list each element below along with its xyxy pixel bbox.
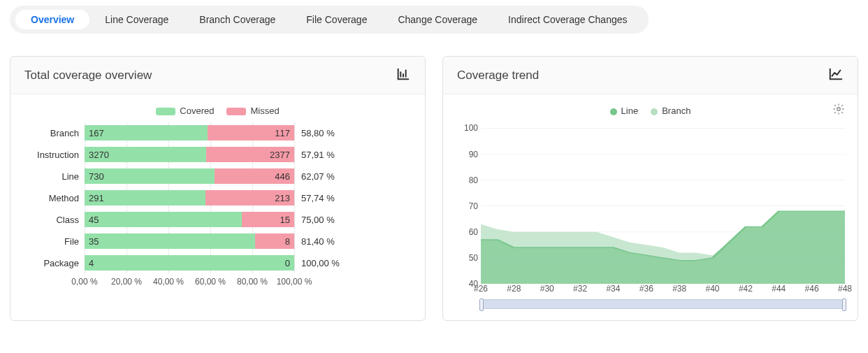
overview-title: Total coverage overview [24,69,152,82]
x-tick: #46 [805,284,819,294]
tab-indirect-coverage-changes[interactable]: Indirect Coverage Changes [493,10,642,29]
x-tick: 80,00 % [237,277,268,287]
bar-row: Method29121357,74 % [23,188,412,208]
missed-segment: 213 [205,190,294,206]
bar-percent: 58,80 % [294,128,343,138]
x-tick: #44 [772,284,786,294]
x-tick: 100,00 % [277,277,312,287]
covered-segment: 730 [85,168,215,184]
tab-file-coverage[interactable]: File Coverage [291,10,382,29]
x-tick: #38 [672,284,686,294]
x-tick: 40,00 % [153,277,184,287]
legend-line-label: Line [621,106,639,116]
bar-track: 40 [85,255,294,271]
y-tick: 80 [469,175,478,185]
covered-segment: 35 [85,233,255,249]
trend-card: Coverage trend Line Branch [442,56,858,321]
branch-dot [651,108,658,115]
x-tick: #34 [606,284,620,294]
bar-label: File [23,236,85,247]
overview-legend: Covered Missed [23,106,412,116]
bar-row: Instruction3270237757,91 % [23,145,412,164]
trend-title: Coverage trend [457,69,539,82]
overview-card: Total coverage overview Covered Missed B… [10,56,426,321]
x-tick: #30 [540,284,554,294]
bar-chart-icon [396,66,411,84]
bar-label: Branch [23,128,85,138]
covered-segment: 291 [85,190,205,206]
covered-segment: 45 [85,212,242,227]
y-tick: 70 [469,201,478,211]
bar-percent: 57,74 % [294,193,343,203]
x-tick: #26 [474,284,488,294]
covered-segment: 3270 [85,147,206,162]
tabs: OverviewLine CoverageBranch CoverageFile… [10,6,649,34]
tab-line-coverage[interactable]: Line Coverage [89,10,184,29]
missed-swatch [226,108,246,115]
bar-row: Line73044662,07 % [23,166,412,186]
bar-track: 167117 [85,125,294,141]
tab-change-coverage[interactable]: Change Coverage [382,10,493,29]
bar-label: Class [23,215,85,225]
covered-segment: 4 [85,255,294,271]
legend-branch-label: Branch [662,106,690,116]
x-tick: 20,00 % [111,277,142,287]
bar-row: Class451575,00 % [23,210,412,229]
trend-chart: 405060708090100 [456,123,845,284]
tab-branch-coverage[interactable]: Branch Coverage [184,10,291,29]
x-tick: #40 [706,284,720,294]
bar-track: 730446 [85,168,294,184]
bar-percent: 81,40 % [294,236,343,247]
missed-segment: 2377 [206,147,294,162]
svg-point-0 [837,108,841,111]
missed-segment: 15 [242,212,294,227]
covered-swatch [156,108,175,115]
x-tick: 60,00 % [195,277,226,287]
bar-track: 4515 [85,212,294,227]
range-slider[interactable] [481,299,845,309]
bar-track: 291213 [85,190,294,206]
range-handle-left[interactable] [479,298,484,311]
missed-segment: 117 [208,125,294,141]
tab-overview[interactable]: Overview [15,10,89,29]
bar-label: Instruction [23,150,85,160]
x-tick: #36 [639,284,653,294]
y-tick: 60 [469,227,478,237]
missed-segment: 0 [290,255,294,271]
line-dot [610,108,617,115]
legend-missed-label: Missed [250,106,279,116]
y-tick: 100 [464,123,478,133]
x-tick: #42 [739,284,753,294]
y-tick: 50 [469,253,478,263]
bar-row: Package40100,00 % [23,253,412,273]
bar-percent: 75,00 % [294,215,343,225]
coverage-bars: Branch16711758,80 %Instruction3270237757… [23,123,412,273]
bar-percent: 100,00 % [294,258,343,268]
range-handle-right[interactable] [842,298,846,311]
trend-x-axis: #26#28#30#32#34#36#38#40#42#44#46#48 [481,284,845,295]
x-tick: #28 [507,284,521,294]
bar-percent: 57,91 % [294,150,343,160]
overview-x-axis: 0,00 %20,00 %40,00 %60,00 %80,00 %100,00… [85,277,294,288]
bar-row: File35881,40 % [23,231,412,251]
missed-segment: 446 [215,168,294,184]
missed-segment: 8 [255,233,294,249]
trend-legend: Line Branch [456,106,845,116]
bar-label: Method [23,193,85,203]
x-tick: #48 [838,284,852,294]
y-tick: 90 [469,150,478,159]
covered-segment: 167 [85,125,208,141]
settings-button[interactable] [832,103,845,117]
bar-percent: 62,07 % [294,171,343,182]
bar-row: Branch16711758,80 % [23,123,412,143]
x-tick: #32 [573,284,587,294]
x-tick: 0,00 % [71,277,97,287]
bar-track: 32702377 [85,147,294,162]
bar-track: 358 [85,233,294,249]
legend-covered-label: Covered [180,106,214,116]
line-chart-icon [828,66,844,84]
bar-label: Package [23,258,85,268]
bar-label: Line [23,171,85,182]
